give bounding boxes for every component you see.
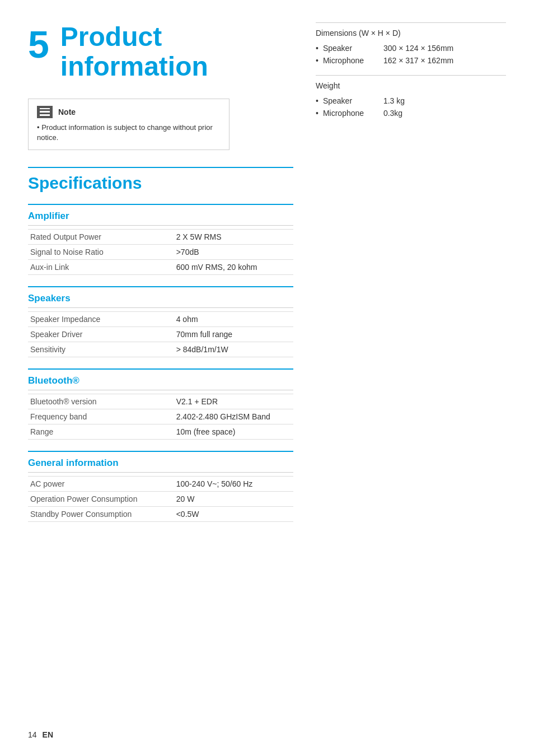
right-column: Dimensions (W × H × D) Speaker 300 × 124… — [316, 22, 506, 533]
weight-speaker-label: Speaker — [323, 96, 379, 105]
list-item: Speaker 1.3 kg — [316, 95, 506, 107]
dimensions-list: Speaker 300 × 124 × 156mm Microphone 162… — [316, 42, 506, 67]
amplifier-table: Rated Output Power 2 X 5W RMS Signal to … — [28, 229, 293, 275]
spec-value: 10m (free space) — [174, 424, 293, 439]
table-row: Speaker Impedance 4 ohm — [28, 311, 293, 326]
table-row: Speaker Driver 70mm full range — [28, 326, 293, 342]
chapter-title: Product information — [60, 22, 208, 82]
list-item: Microphone 0.3kg — [316, 107, 506, 119]
note-text: • Product information is subject to chan… — [37, 123, 221, 143]
spec-value: 70mm full range — [174, 326, 293, 342]
list-item: Microphone 162 × 317 × 162mm — [316, 54, 506, 67]
spec-value: 600 mV RMS, 20 kohm — [174, 259, 293, 274]
weight-speaker-value: 1.3 kg — [383, 96, 405, 105]
language-badge: EN — [43, 730, 53, 739]
amplifier-header: Amplifier — [28, 211, 293, 222]
weight-section: Weight Speaker 1.3 kg Microphone 0.3kg — [316, 75, 506, 119]
spec-label: Aux-in Link — [28, 259, 174, 274]
spec-label: Sensitivity — [28, 342, 174, 357]
speakers-sub-divider — [28, 307, 293, 308]
speakers-header: Speakers — [28, 293, 293, 304]
table-row: Frequency band 2.402-2.480 GHzISM Band — [28, 409, 293, 424]
general-top-divider — [28, 451, 293, 452]
dimensions-speaker-value: 300 × 124 × 156mm — [383, 44, 453, 53]
dimensions-title: Dimensions (W × H × D) — [316, 29, 506, 38]
spec-label: Frequency band — [28, 409, 174, 424]
weight-list: Speaker 1.3 kg Microphone 0.3kg — [316, 95, 506, 119]
spec-label: Signal to Noise Ratio — [28, 244, 174, 259]
table-row: Bluetooth® version V2.1 + EDR — [28, 394, 293, 409]
table-row: Operation Power Consumption 20 W — [28, 491, 293, 506]
table-row: Standby Power Consumption <0.5W — [28, 506, 293, 521]
speakers-top-divider — [28, 286, 293, 287]
spec-value: >70dB — [174, 244, 293, 259]
specs-divider — [28, 167, 293, 168]
spec-label: Speaker Impedance — [28, 311, 174, 326]
general-table: AC power 100-240 V~; 50/60 Hz Operation … — [28, 476, 293, 522]
spec-label: Bluetooth® version — [28, 394, 174, 409]
bluetooth-table: Bluetooth® version V2.1 + EDR Frequency … — [28, 394, 293, 440]
table-row: Signal to Noise Ratio >70dB — [28, 244, 293, 259]
page-footer: 14 EN — [28, 730, 53, 739]
spec-value: > 84dB/1m/1W — [174, 342, 293, 357]
dimensions-mic-label: Microphone — [323, 56, 379, 65]
spec-value: <0.5W — [174, 506, 293, 521]
general-sub-divider — [28, 472, 293, 473]
spec-value: 2.402-2.480 GHzISM Band — [174, 409, 293, 424]
amplifier-top-divider — [28, 204, 293, 205]
table-row: AC power 100-240 V~; 50/60 Hz — [28, 476, 293, 491]
note-box: Note • Product information is subject to… — [28, 99, 229, 150]
spec-value: 2 X 5W RMS — [174, 229, 293, 244]
chapter-heading: 5 Product information — [28, 22, 293, 82]
list-item: Speaker 300 × 124 × 156mm — [316, 42, 506, 54]
bluetooth-sub-divider — [28, 390, 293, 390]
bluetooth-top-divider — [28, 368, 293, 370]
dimensions-speaker-label: Speaker — [323, 44, 379, 53]
general-header: General information — [28, 458, 293, 469]
table-row: Sensitivity > 84dB/1m/1W — [28, 342, 293, 357]
spec-value: 20 W — [174, 491, 293, 506]
spec-value: 100-240 V~; 50/60 Hz — [174, 476, 293, 491]
spec-value: V2.1 + EDR — [174, 394, 293, 409]
page-number: 14 — [28, 730, 37, 739]
amplifier-sub-divider — [28, 225, 293, 226]
bluetooth-header: Bluetooth® — [28, 375, 293, 386]
spec-value: 4 ohm — [174, 311, 293, 326]
table-row: Range 10m (free space) — [28, 424, 293, 439]
specifications-title: Specifications — [28, 174, 293, 193]
spec-label: Operation Power Consumption — [28, 491, 174, 506]
dimensions-mic-value: 162 × 317 × 162mm — [383, 56, 453, 65]
weight-mic-value: 0.3kg — [383, 109, 402, 118]
weight-title: Weight — [316, 81, 506, 90]
spec-label: Standby Power Consumption — [28, 506, 174, 521]
speakers-table: Speaker Impedance 4 ohm Speaker Driver 7… — [28, 311, 293, 357]
spec-label: Range — [28, 424, 174, 439]
chapter-number: 5 — [28, 25, 49, 63]
spec-label: AC power — [28, 476, 174, 491]
spec-label: Speaker Driver — [28, 326, 174, 342]
note-icon — [37, 106, 53, 118]
table-row: Aux-in Link 600 mV RMS, 20 kohm — [28, 259, 293, 274]
spec-label: Rated Output Power — [28, 229, 174, 244]
table-row: Rated Output Power 2 X 5W RMS — [28, 229, 293, 244]
weight-mic-label: Microphone — [323, 109, 379, 118]
note-label: Note — [58, 108, 76, 116]
dimensions-section: Dimensions (W × H × D) Speaker 300 × 124… — [316, 22, 506, 67]
